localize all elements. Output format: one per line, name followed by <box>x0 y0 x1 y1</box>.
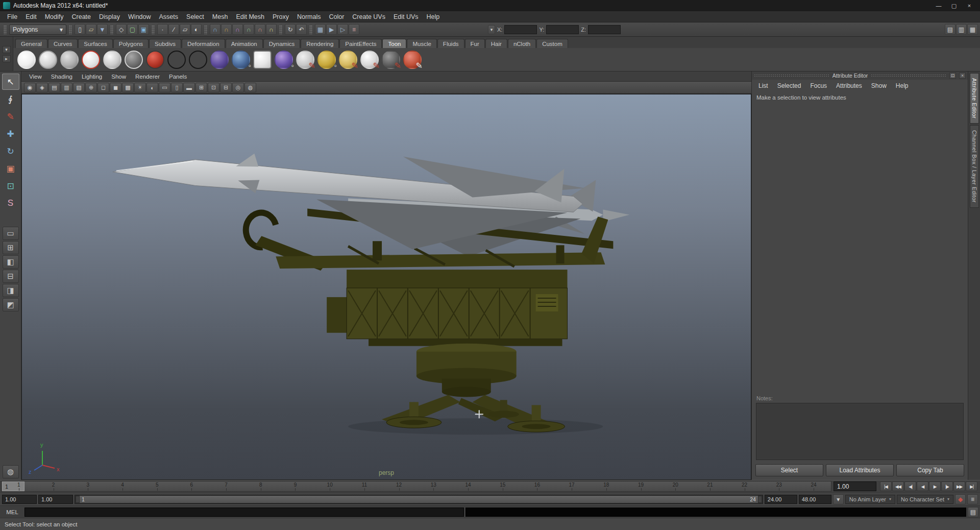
step-back-one-key-button[interactable]: ◀| <box>904 481 916 491</box>
two-d-pan-zoom-icon[interactable]: ⊕ <box>85 83 97 92</box>
x-ray-icon[interactable]: ◍ <box>244 83 256 92</box>
viewport-persp[interactable]: y x z persp <box>21 94 751 480</box>
toon-shelf-remove-outline-icon[interactable]: ◦ <box>275 51 293 69</box>
wireframe-mode-icon[interactable]: ◻ <box>97 83 109 92</box>
select-mask-points-icon[interactable]: ∙ <box>157 24 168 35</box>
smooth-shade-mode-icon[interactable]: ◼ <box>110 83 121 92</box>
shelf-tab-subdivs[interactable]: Subdivs <box>149 39 181 48</box>
shelf-tab-animation[interactable]: Animation <box>226 39 263 48</box>
menu-edit-uvs[interactable]: Edit UVs <box>389 12 423 21</box>
film-gate-icon[interactable]: ▭ <box>159 83 170 92</box>
toon-shelf-pfx-toon-silver-icon[interactable]: ✎ <box>360 51 379 69</box>
menu-normals[interactable]: Normals <box>293 12 325 21</box>
shelf-tab-deformation[interactable]: Deformation <box>182 39 225 48</box>
camera-attributes-icon[interactable]: ▤ <box>48 83 60 92</box>
current-time-field[interactable] <box>834 481 876 491</box>
select-by-hierarchy-icon[interactable]: ◇ <box>116 24 127 35</box>
menu-proxy[interactable]: Proxy <box>268 12 293 21</box>
menu-create-uvs[interactable]: Create UVs <box>348 12 389 21</box>
shelf-tabs-toggle-icon[interactable]: ▾ <box>3 46 11 53</box>
load-attributes-button[interactable]: Load Attributes <box>826 464 894 476</box>
play-forwards-button[interactable]: ▶ <box>929 481 941 491</box>
playback-end-field[interactable] <box>765 495 797 504</box>
shelf-tab-surfaces[interactable]: Surfaces <box>78 39 112 48</box>
menu-display[interactable]: Display <box>95 12 124 21</box>
open-render-view-icon[interactable]: ▦ <box>315 24 326 35</box>
z-input[interactable] <box>588 25 621 34</box>
menu-window[interactable]: Window <box>124 12 155 21</box>
render-current-frame-icon[interactable]: ▶ <box>326 24 337 35</box>
menu-assets[interactable]: Assets <box>155 12 183 21</box>
collapse-handle[interactable] <box>309 25 312 34</box>
select-by-component-icon[interactable]: ▣ <box>138 24 149 35</box>
show-attribute-editor-button[interactable]: ▤ <box>945 24 955 35</box>
toon-shelf-circle-highlight-fill-icon[interactable] <box>146 51 164 69</box>
ae-menu-attributes[interactable]: Attributes <box>831 81 867 90</box>
toon-shelf-border-line-icon[interactable] <box>189 51 207 69</box>
move-tool[interactable]: ✚ <box>2 126 19 142</box>
toon-shelf-two-tone-fill-icon[interactable] <box>39 51 57 69</box>
collapse-handle[interactable] <box>4 25 7 34</box>
shelf-tab-polygons[interactable]: Polygons <box>113 39 149 48</box>
float-panel-icon[interactable]: ⊡ <box>949 73 956 79</box>
panel-menu-shading[interactable]: Shading <box>46 73 77 80</box>
universal-manipulator-tool[interactable]: ⊡ <box>2 178 19 194</box>
play-backwards-button[interactable]: ◀ <box>917 481 928 491</box>
toon-shelf-solid-fill-icon[interactable] <box>17 51 36 69</box>
shelf-tab-toon[interactable]: Toon <box>382 39 406 48</box>
shelf-tab-muscle[interactable]: Muscle <box>407 39 436 48</box>
open-scene-icon[interactable]: ▱ <box>86 24 96 35</box>
collapse-handle[interactable] <box>279 25 282 34</box>
panel-menu-renderer[interactable]: Renderer <box>131 73 164 80</box>
y-input[interactable] <box>546 25 579 34</box>
menu-help[interactable]: Help <box>423 12 444 21</box>
ipr-render-icon[interactable]: ▷ <box>337 24 348 35</box>
ae-menu-list[interactable]: List <box>754 81 773 90</box>
lasso-select-tool[interactable]: ∮ <box>2 91 19 107</box>
menu-file[interactable]: File <box>3 12 21 21</box>
menu-color[interactable]: Color <box>325 12 348 21</box>
toon-shelf-dark-profile-fill-icon[interactable] <box>125 51 143 69</box>
go-to-playback-end-button[interactable]: ▶| <box>966 481 977 491</box>
panel-menu-panels[interactable]: Panels <box>164 73 191 80</box>
toon-shelf-pfx-toon-red-icon[interactable]: ✎ <box>403 51 422 69</box>
toon-shelf-paint-line-width-icon[interactable]: ✎ <box>296 51 314 69</box>
ae-menu-help[interactable]: Help <box>891 81 913 90</box>
command-line-language-toggle[interactable]: MEL <box>2 509 23 515</box>
snap-to-points-icon[interactable]: ∩ <box>232 24 243 35</box>
minimize-button[interactable]: — <box>931 1 946 10</box>
lock-camera-icon[interactable]: ◈ <box>36 83 48 92</box>
menu-edit-mesh[interactable]: Edit Mesh <box>232 12 268 21</box>
scale-tool[interactable]: ▣ <box>2 160 19 177</box>
save-scene-icon[interactable]: ▼ <box>97 24 108 35</box>
tab-channel-box-layer-editor[interactable]: Channel Box / Layer Editor <box>970 125 979 208</box>
make-live-icon[interactable]: ∩ <box>266 24 277 35</box>
input-line-mode-icon[interactable]: ▾ <box>488 25 495 34</box>
panel-drag-handle[interactable] <box>754 74 829 77</box>
gate-mask-icon[interactable]: ▬ <box>183 83 195 92</box>
shelf-tab-curves[interactable]: Curves <box>48 39 78 48</box>
construction-history-icon[interactable]: ↻ <box>285 24 296 35</box>
toon-shelf-profile-line-icon[interactable] <box>167 51 186 69</box>
time-slider[interactable]: 1 12345678910111213141516171819202122232… <box>1 481 831 492</box>
select-tool[interactable]: ↖ <box>2 74 19 90</box>
toon-shelf-assign-outline-icon[interactable]: ◦ <box>232 51 250 69</box>
render-settings-icon[interactable]: ≡ <box>349 24 359 35</box>
range-slider[interactable]: 1 24 <box>75 495 763 504</box>
safe-action-icon[interactable]: ⊡ <box>208 83 219 92</box>
menu-edit[interactable]: Edit <box>21 12 41 21</box>
collapse-handle[interactable] <box>204 25 207 34</box>
shelf-tab-hair[interactable]: Hair <box>485 39 507 48</box>
auto-keyframe-icon[interactable]: ◆ <box>955 494 966 504</box>
show-tool-settings-button[interactable]: ▥ <box>956 24 967 35</box>
collapse-handle[interactable] <box>110 25 113 34</box>
shelf-tab-custom[interactable]: Custom <box>536 39 568 48</box>
select-by-object-icon[interactable]: ▢ <box>127 24 138 35</box>
layout-single-pane-button[interactable]: ▭ <box>3 227 19 240</box>
layout-hypershade-persp-button[interactable]: ◩ <box>3 298 19 311</box>
animation-preferences-icon[interactable]: ≡ <box>967 494 978 504</box>
toon-shelf-spreadsheet-icon[interactable] <box>253 51 272 69</box>
menu-create[interactable]: Create <box>68 12 95 21</box>
toon-shelf-crease-line-icon[interactable] <box>210 51 229 69</box>
panel-menu-lighting[interactable]: Lighting <box>77 73 107 80</box>
